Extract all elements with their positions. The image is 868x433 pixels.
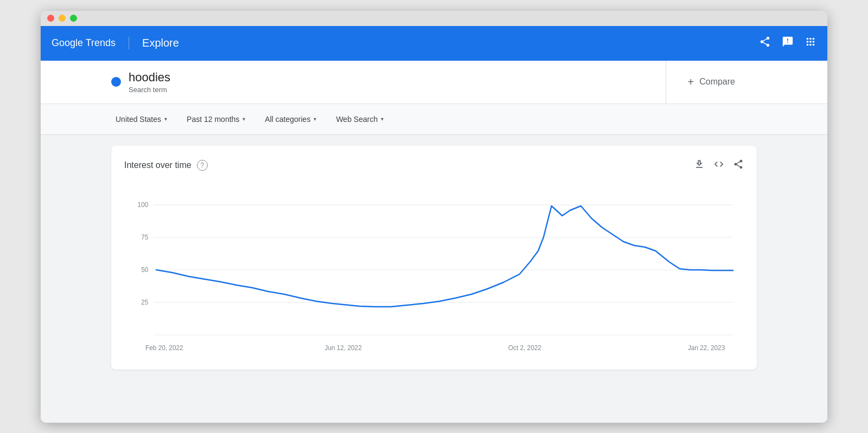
brand-logo[interactable]: Google Trends [52,37,116,49]
chart-area: 100 75 50 25 Feb 20, 2022 Jun 12, 2022 O… [124,183,744,357]
compare-plus-icon: + [688,76,694,88]
period-chevron: ▾ [242,116,245,122]
search-term-text: hoodies Search term [129,70,170,94]
help-icon[interactable]: ? [197,160,208,171]
main-content: Interest over time ? [41,135,827,423]
chart-card: Interest over time ? [111,146,757,370]
close-button[interactable] [47,15,54,22]
content-area: hoodies Search term + Compare United Sta… [41,61,827,423]
app-header: Google Trends Explore [41,26,827,61]
region-chevron: ▾ [164,116,167,122]
categories-filter[interactable]: All categories ▾ [260,112,321,127]
x-label-oct: Oct 2, 2022 [508,344,541,351]
search-term-type: Search term [129,86,170,94]
search-term-box[interactable]: hoodies Search term [111,61,666,104]
search-bar-section: hoodies Search term + Compare [41,61,827,104]
y-label-50: 50 [141,266,149,273]
period-label: Past 12 months [187,115,239,124]
x-label-jan: Jan 22, 2023 [688,344,725,351]
feedback-icon[interactable] [782,36,794,50]
search-type-filter[interactable]: Web Search ▾ [331,112,388,127]
y-label-25: 25 [141,298,149,306]
help-label: ? [200,161,204,169]
categories-label: All categories [265,115,310,124]
search-type-label: Web Search [336,115,378,124]
embed-icon[interactable] [713,159,724,172]
chart-header: Interest over time ? [124,159,744,172]
region-filter[interactable]: United States ▾ [111,112,171,127]
share-chart-icon[interactable] [733,159,744,172]
search-term-value: hoodies [129,70,170,85]
compare-button[interactable]: + Compare [666,61,757,104]
chart-title-group: Interest over time ? [124,160,208,171]
x-label-jun: Jun 12, 2022 [325,344,362,351]
header-right [759,36,816,50]
filters-section: United States ▾ Past 12 months ▾ All cat… [41,104,827,135]
y-label-100: 100 [138,201,149,208]
x-label-feb: Feb 20, 2022 [145,344,183,351]
page-title: Explore [129,37,179,49]
compare-label: Compare [699,77,735,87]
search-type-chevron: ▾ [381,116,384,122]
download-icon[interactable] [694,159,705,172]
period-filter[interactable]: Past 12 months ▾ [182,112,250,127]
trend-line [156,206,733,307]
y-label-75: 75 [141,233,149,241]
term-color-dot [111,77,121,87]
chart-title: Interest over time [124,160,192,170]
titlebar [41,11,827,26]
minimize-button[interactable] [59,15,66,22]
browser-window: Google Trends Explore [41,11,827,423]
chart-actions [694,159,744,172]
apps-icon[interactable] [805,36,816,50]
region-label: United States [116,115,161,124]
share-icon[interactable] [759,36,771,50]
header-left: Google Trends Explore [52,37,179,49]
trend-chart: 100 75 50 25 Feb 20, 2022 Jun 12, 2022 O… [124,183,744,357]
categories-chevron: ▾ [314,116,316,122]
maximize-button[interactable] [70,15,77,22]
